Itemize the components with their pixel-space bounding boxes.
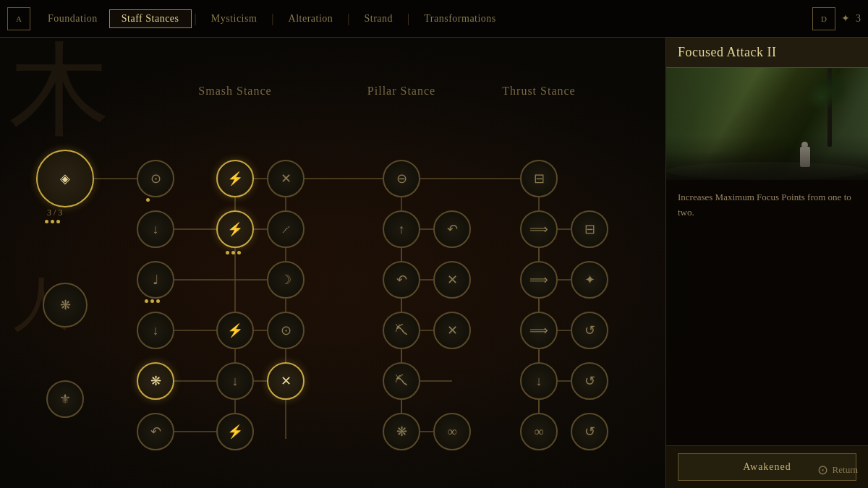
node-r1-c4-icon: ⊖ (396, 172, 407, 185)
node-r5-c7[interactable]: ↺ (571, 362, 608, 400)
nav-item-alteration[interactable]: Alteration (277, 10, 345, 27)
nav-right-button[interactable]: D (812, 7, 835, 30)
left-mid-node-icon: ❋ (60, 299, 71, 312)
panel-description: Increases Maximum Focus Points from one … (666, 180, 868, 445)
node-r6-c0[interactable]: ↶ (137, 413, 174, 450)
node-r6-c4-icon: ❋ (396, 425, 407, 438)
node-r3-c5[interactable]: ✕ (433, 261, 471, 299)
node-r4-c2-icon: ⊙ (281, 324, 292, 337)
dot-b2 (231, 251, 235, 254)
dot-c3 (156, 299, 160, 303)
node-r4-c2[interactable]: ⊙ (267, 312, 305, 349)
node-r2-c1-icon: ⚡ (227, 223, 243, 236)
focus-count: 3 (856, 13, 861, 25)
node-r6-c6[interactable]: ∞ (520, 413, 558, 450)
node-r1-c2[interactable]: ✕ (267, 160, 305, 197)
dots-r3-c0 (145, 299, 160, 303)
node-r1-c2-icon: ✕ (281, 172, 292, 185)
nav-separator-2: | (271, 12, 273, 25)
node-r5-c2-icon: ✕ (281, 374, 292, 388)
node-r2-c2[interactable]: ⟋ (267, 210, 305, 248)
node-r4-c1[interactable]: ⚡ (216, 312, 254, 349)
connector-lines (0, 38, 665, 488)
node-r4-c0[interactable]: ↓ (137, 312, 174, 349)
return-label: Return (833, 464, 858, 476)
node-r1-c0-icon: ⊙ (150, 172, 161, 185)
node-r4-c7[interactable]: ↺ (571, 312, 608, 349)
node-r5-c1[interactable]: ↓ (216, 362, 254, 400)
node-r6-c1-icon: ⚡ (227, 425, 243, 438)
node-r2-c5-icon: ↶ (447, 223, 458, 236)
dot-1 (45, 220, 48, 223)
focus-icon: ✦ (841, 12, 850, 25)
node-r3-c7-icon: ✦ (584, 273, 595, 286)
panel-skill-title: Focused Attack II (678, 45, 856, 60)
nav-item-foundation[interactable]: Foundation (36, 10, 109, 27)
dot-c2 (150, 299, 154, 303)
node-r6-c1[interactable]: ⚡ (216, 413, 254, 450)
panel-skill-image (666, 68, 868, 180)
node-r5-c4-icon: ⛏ (395, 374, 408, 388)
nav-left-button[interactable]: A (7, 7, 30, 30)
node-r2-c2-icon: ⟋ (279, 223, 292, 236)
left-mid-node[interactable]: ❋ (43, 283, 88, 328)
left-bottom-node[interactable]: ⚜ (46, 380, 84, 418)
node-r5-c6-icon: ↓ (536, 374, 542, 388)
skill-tree-area: Smash Stance Pillar Stance Thrust Stance… (0, 38, 665, 488)
nav-item-staff-stances[interactable]: Staff Stances (109, 9, 192, 28)
node-r6-c4[interactable]: ❋ (383, 413, 420, 450)
return-icon: ⊙ (817, 462, 828, 478)
node-r4-c6-icon: ⟹ (529, 324, 548, 337)
node-r3-c7[interactable]: ✦ (571, 261, 608, 299)
dots-r2-c1 (226, 251, 241, 254)
panel-title-bar: Focused Attack II (666, 38, 868, 68)
node-r6-c5[interactable]: ∞ (433, 413, 471, 450)
node-r3-c4-icon: ↶ (396, 273, 407, 286)
node-r3-c4[interactable]: ↶ (383, 261, 420, 299)
dot-b1 (226, 251, 229, 254)
node-r5-c0-icon: ❋ (150, 374, 161, 388)
skill-detail-panel: Focused Attack II Increases Maximum Focu… (665, 38, 868, 488)
node-r3-c2[interactable]: ☽ (267, 261, 305, 299)
node-r5-c7-icon: ↺ (584, 374, 595, 388)
node-r2-c1[interactable]: ⚡ (216, 210, 254, 248)
node-r3-c6[interactable]: ⟹ (520, 261, 558, 299)
node-r2-c4-icon: ↑ (399, 223, 405, 236)
node-r6-c7[interactable]: ↺ (571, 413, 608, 450)
node-r5-c4[interactable]: ⛏ (383, 362, 420, 400)
nav-item-strand[interactable]: Strand (353, 10, 405, 27)
left-bottom-node-icon: ⚜ (59, 393, 71, 406)
node-r4-c5[interactable]: ✕ (433, 312, 471, 349)
nav-item-transformations[interactable]: Transformations (412, 10, 508, 27)
node-r2-c0[interactable]: ↓ (137, 210, 174, 248)
node-r2-c5[interactable]: ↶ (433, 210, 471, 248)
return-button[interactable]: ⊙ Return (817, 462, 858, 478)
node-r2-c4[interactable]: ↑ (383, 210, 420, 248)
node-r4-c0-icon: ↓ (153, 324, 159, 337)
node-r1-c0[interactable]: ⊙ (137, 160, 174, 197)
dot-2 (51, 220, 54, 223)
node-r1-c1[interactable]: ⚡ (216, 160, 254, 197)
node-r6-c6-icon: ∞ (535, 425, 544, 438)
node-r3-c5-icon: ✕ (447, 273, 458, 286)
node-r1-c6[interactable]: ⊟ (520, 160, 558, 197)
dots-r1-c0 (146, 198, 150, 202)
nav-separator-1: | (195, 12, 197, 25)
node-r5-c6[interactable]: ↓ (520, 362, 558, 400)
nav-item-mysticism[interactable]: Mysticism (200, 10, 269, 27)
node-r4-c6[interactable]: ⟹ (520, 312, 558, 349)
node-r2-c6[interactable]: ⟹ (520, 210, 558, 248)
node-r5-c2[interactable]: ✕ (267, 362, 305, 400)
node-r1-c4[interactable]: ⊖ (383, 160, 420, 197)
node-r2-c6-icon: ⟹ (529, 223, 548, 236)
pillar-stance-header: Pillar Stance (351, 85, 452, 98)
node-r4-c7-icon: ↺ (584, 324, 595, 337)
node-r5-c0[interactable]: ❋ (137, 362, 174, 400)
main-skill-node[interactable]: ◈ (36, 150, 94, 207)
node-r2-c7[interactable]: ⊟ (571, 210, 608, 248)
dot-c1 (145, 299, 148, 303)
node-r4-c4[interactable]: ⛏ (383, 312, 420, 349)
node-r4-c1-icon: ⚡ (227, 324, 243, 337)
node-r3-c0[interactable]: ♩ (137, 261, 174, 299)
node-r2-c7-icon: ⊟ (584, 223, 595, 236)
